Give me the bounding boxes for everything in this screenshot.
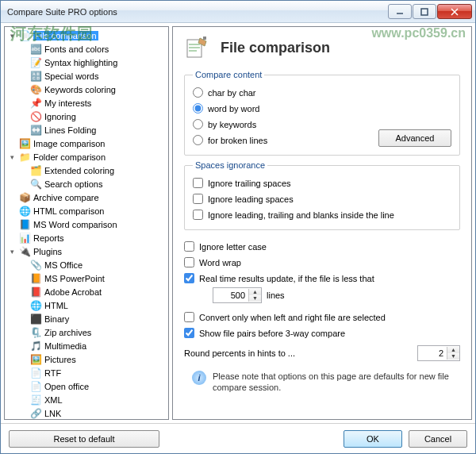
window-title: Compare Suite PRO options (7, 7, 387, 17)
tree-item[interactable]: ▸🖼️Pictures (5, 352, 168, 366)
tree-item[interactable]: ▸↔️Lines Folding (5, 123, 168, 137)
tree-item[interactable]: ▸🖼️Image comparison (5, 137, 168, 150)
radio-word-label: word by word (208, 104, 259, 114)
tree-node-icon: 📕 (29, 286, 42, 298)
cancel-button[interactable]: Cancel (409, 430, 467, 448)
tree-node-icon: 📊 (18, 232, 31, 244)
tree-item[interactable]: ▸📊Reports (5, 231, 168, 244)
tree-item[interactable]: ▾📁Folder comparison (5, 150, 168, 164)
content-pane: File comparison Compare content char by … (172, 26, 472, 420)
tree-item[interactable]: ▾🔌Plugins (5, 244, 168, 258)
tree-item[interactable]: ▸🌐HTML (5, 298, 168, 312)
ok-button[interactable]: OK (344, 430, 402, 448)
tree-node-icon: 🧾 (29, 394, 42, 406)
tree-node-icon: 📄 (29, 367, 42, 379)
tree-item[interactable]: ▸📙MS PowerPoint (5, 271, 168, 285)
tree-node-label: Extended coloring (44, 166, 114, 175)
chk-trailing[interactable] (193, 178, 203, 188)
radio-char[interactable] (193, 87, 203, 98)
chk-convert-label: Convert only when left and right file ar… (199, 313, 386, 322)
tree-item[interactable]: ▸📌My interests (5, 96, 168, 110)
tree-item[interactable]: ▾📄File comparison (5, 29, 168, 42)
round-input[interactable] (418, 346, 447, 360)
chk-pairs[interactable] (184, 328, 194, 338)
tree-node-label: Keywords coloring (44, 85, 116, 94)
advanced-button[interactable]: Advanced (378, 129, 451, 147)
tree-item[interactable]: ▸📎MS Office (5, 258, 168, 271)
tree-item[interactable]: ▸🔗LNK (5, 406, 168, 420)
tree-node-label: File comparison (33, 31, 98, 40)
tree-expander-icon[interactable]: ▾ (8, 31, 17, 40)
tree-node-icon: 📝 (29, 56, 42, 69)
tree-item[interactable]: ▸🗂️Extended coloring (5, 164, 168, 177)
tree-node-label: RTF (44, 368, 61, 378)
chk-blanks[interactable] (193, 210, 203, 220)
tree-item[interactable]: ▸📦Archive compare (5, 190, 168, 204)
tree-expander-icon[interactable]: ▾ (8, 152, 17, 161)
tree-node-icon: 🚫 (29, 110, 42, 123)
spin-up-icon[interactable]: ▲ (447, 347, 459, 353)
chk-case-label: Ignore letter case (199, 242, 267, 252)
options-dialog: 河东软件园 www.pc0359.cn Compare Suite PRO op… (0, 0, 476, 454)
tree-expander-icon[interactable]: ▾ (8, 247, 17, 256)
spin-up-icon[interactable]: ▲ (249, 289, 261, 295)
spin-down-icon[interactable]: ▼ (447, 353, 459, 360)
tree-item[interactable]: ▸🗜️Zip archives (5, 325, 168, 339)
tree-item[interactable]: ▸📘MS Word comparison (5, 217, 168, 231)
chk-leading-label: Ignore leading spaces (208, 194, 294, 204)
reset-button[interactable]: Reset to default (9, 430, 159, 448)
tree-node-label: MS PowerPoint (44, 274, 105, 283)
tree-item[interactable]: ▸⬛Binary (5, 312, 168, 325)
info-note: i Please note that options on this page … (184, 371, 460, 394)
chk-trailing-label: Ignore trailing spaces (208, 179, 291, 188)
tree-item[interactable]: ▸🚫Ignoring (5, 110, 168, 123)
tree-item[interactable]: ▸📄RTF (5, 366, 168, 379)
chk-leading[interactable] (193, 194, 203, 204)
tree-node-label: Folder comparison (33, 152, 106, 162)
radio-broken[interactable] (193, 135, 203, 145)
radio-word[interactable] (193, 103, 203, 114)
tree-item[interactable]: ▸🎨Keywords coloring (5, 83, 168, 96)
tree-item[interactable]: ▸🔍Search options (5, 177, 168, 190)
chk-convert[interactable] (184, 312, 194, 322)
options-tree[interactable]: ▾📄File comparison▸🔤Fonts and colors▸📝Syn… (4, 26, 169, 420)
radio-keywords[interactable] (193, 119, 203, 129)
note-text: Please note that options on this page ar… (213, 371, 460, 394)
tree-node-icon: 🎵 (29, 340, 42, 352)
tree-node-icon: 🖼️ (18, 137, 31, 150)
tree-item[interactable]: ▸📝Syntax highlighting (5, 56, 168, 69)
realtime-lines-input[interactable] (213, 288, 248, 302)
info-icon: i (192, 371, 206, 385)
tree-item[interactable]: ▸🔠Special words (5, 69, 168, 83)
tree-node-label: Syntax highlighting (44, 58, 117, 67)
tree-item[interactable]: ▸📄Open office (5, 379, 168, 393)
tree-node-label: Image comparison (33, 139, 106, 148)
chk-case[interactable] (184, 241, 194, 252)
tree-item[interactable]: ▸🎵Multimedia (5, 339, 168, 352)
tree-node-icon: 🗂️ (29, 164, 42, 177)
tree-node-icon: 🎨 (29, 83, 42, 96)
maximize-button[interactable] (413, 4, 436, 19)
page-title: File comparison (221, 40, 330, 56)
close-button[interactable] (437, 4, 472, 19)
tree-item[interactable]: ▸📕Adobe Acrobat (5, 285, 168, 298)
svg-rect-2 (203, 37, 206, 40)
realtime-lines-field[interactable]: ▲▼ (213, 287, 262, 303)
chk-realtime[interactable] (184, 273, 194, 283)
tree-node-icon: ↔️ (29, 124, 42, 137)
chk-wrap[interactable] (184, 257, 194, 267)
minimize-button[interactable] (388, 4, 412, 19)
tree-node-icon: 🗜️ (29, 326, 42, 339)
round-field[interactable]: ▲▼ (417, 345, 460, 361)
tree-item[interactable]: ▸🧾XML (5, 393, 168, 406)
svg-rect-0 (421, 9, 428, 15)
tree-item[interactable]: ▸🔤Fonts and colors (5, 42, 168, 56)
tree-node-label: Reports (33, 233, 64, 243)
tree-node-icon: 📁 (18, 151, 31, 164)
tree-node-icon: 📄 (18, 29, 31, 42)
tree-node-icon: 📄 (29, 380, 42, 393)
spin-down-icon[interactable]: ▼ (249, 295, 261, 302)
tree-item[interactable]: ▸🌐HTML comparison (5, 204, 168, 217)
tree-node-icon: 🔍 (29, 178, 42, 190)
tree-node-icon: 📦 (18, 191, 31, 204)
